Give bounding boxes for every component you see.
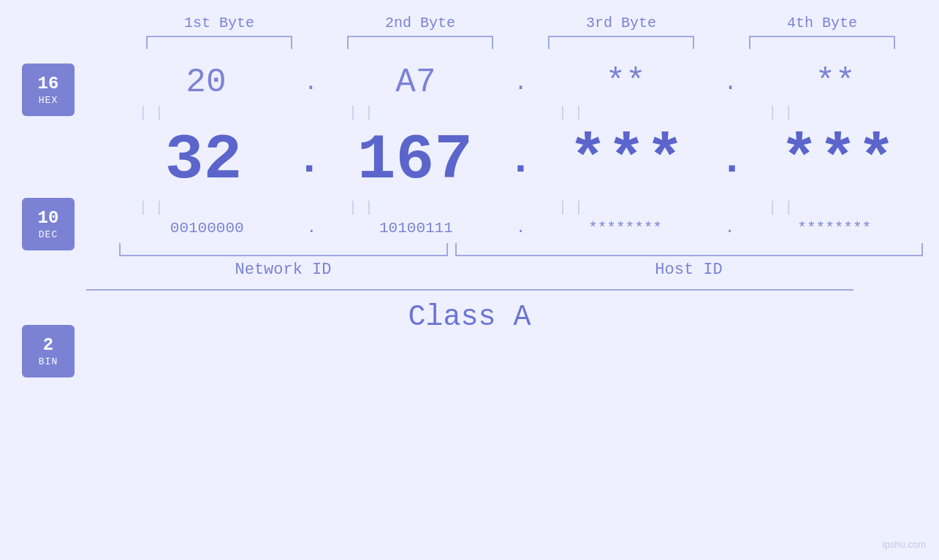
dec-val-4: *** xyxy=(761,124,914,196)
byte-header-3: 3rd Byte xyxy=(537,15,705,31)
dot-bin-2: . xyxy=(516,219,525,237)
dot-dec-2: . xyxy=(508,137,533,184)
host-id-label: Host ID xyxy=(455,261,923,279)
byte-header-1: 1st Byte xyxy=(135,15,303,31)
hex-val-1: 20 xyxy=(129,64,283,101)
badge-hex: 16 HEX xyxy=(22,64,75,116)
dec-val-1: 32 xyxy=(127,124,281,196)
dec-row: 32 . 167 . *** . *** xyxy=(119,124,923,196)
badge-hex-label: HEX xyxy=(39,95,58,106)
network-bracket xyxy=(119,243,448,256)
dot-dec-1: . xyxy=(297,137,322,184)
bracket-4 xyxy=(749,36,895,49)
bracket-2 xyxy=(347,36,493,49)
badge-dec-label: DEC xyxy=(39,229,58,240)
bracket-3 xyxy=(548,36,694,49)
bin-val-1: 00100000 xyxy=(130,220,284,237)
badge-hex-number: 16 xyxy=(38,74,59,95)
dec-val-2: 167 xyxy=(338,124,492,196)
hex-val-3: ** xyxy=(549,64,702,101)
bin-val-4: ******** xyxy=(758,220,911,237)
watermark: ipshu.com xyxy=(883,539,926,550)
badge-bin-number: 2 xyxy=(43,335,53,356)
main-container: 1st Byte 2nd Byte 3rd Byte 4th Byte 16 H… xyxy=(0,0,939,560)
bottom-labels: Network ID Host ID xyxy=(119,261,923,279)
badges-column: 16 HEX 10 DEC 2 BIN xyxy=(22,64,75,377)
dot-hex-3: . xyxy=(723,69,737,96)
bin-row: 00100000 . 10100111 . ******** . *******… xyxy=(119,219,923,237)
dec-val-3: *** xyxy=(550,124,703,196)
bin-val-2: 10100111 xyxy=(339,220,493,237)
hex-row: 20 . A7 . ** . ** xyxy=(119,64,923,101)
host-bracket xyxy=(455,243,923,256)
hex-val-2: A7 xyxy=(339,64,493,101)
byte-header-2: 2nd Byte xyxy=(336,15,504,31)
dot-hex-1: . xyxy=(304,69,318,96)
dot-bin-1: . xyxy=(307,219,316,237)
byte-header-4: 4th Byte xyxy=(738,15,906,31)
sep-row-1: || || || || xyxy=(68,104,872,121)
network-id-label: Network ID xyxy=(119,261,448,279)
badge-bin: 2 BIN xyxy=(22,325,75,377)
badge-bin-label: BIN xyxy=(39,356,58,367)
dot-dec-3: . xyxy=(719,137,745,184)
bottom-brackets xyxy=(119,243,923,256)
bracket-1 xyxy=(146,36,292,49)
badge-dec: 10 DEC xyxy=(22,198,75,250)
badge-dec-number: 10 xyxy=(38,208,59,229)
sep-row-2: || || || || xyxy=(68,199,872,216)
dot-hex-2: . xyxy=(514,69,528,96)
class-label: Class A xyxy=(0,301,939,334)
full-bottom-line xyxy=(86,289,854,291)
hex-val-4: ** xyxy=(759,64,912,101)
dot-bin-3: . xyxy=(725,219,734,237)
bin-val-3: ******** xyxy=(549,220,702,237)
